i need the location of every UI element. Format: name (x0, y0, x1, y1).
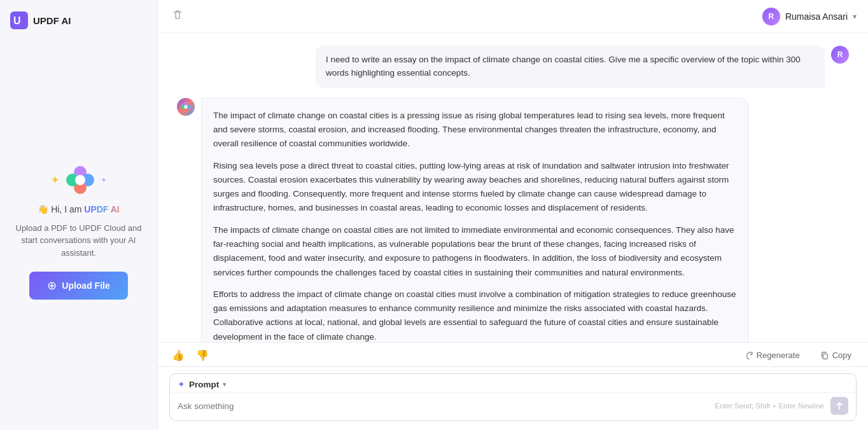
greeting-text: 👋 Hi, I am UPDF AI (38, 204, 120, 214)
svg-rect-12 (823, 354, 827, 359)
chat-header: R Rumaisa Ansari ▾ (158, 0, 868, 33)
mascot-icon (64, 163, 97, 197)
ai-paragraph-3: The impacts of climate change on coastal… (213, 223, 736, 280)
upload-button-label: Upload File (62, 281, 109, 291)
ai-paragraph-1: The impact of climate change on coastal … (213, 109, 736, 151)
prompt-label: Prompt (189, 380, 219, 389)
thumbs-down-icon: 👎 (196, 350, 209, 361)
ai-bubble: The impact of climate change on coastal … (201, 98, 748, 342)
ai-message-row: The impact of climate change on coastal … (177, 98, 849, 342)
input-hint: Enter Send; Shift + Enter Newline (715, 402, 824, 410)
brand-name: UPDF AI (84, 204, 119, 214)
user-name: Rumaisa Ansari (785, 11, 848, 22)
updf-logo-icon: U (10, 11, 28, 29)
delete-button[interactable] (169, 6, 186, 26)
regenerate-label: Regenerate (757, 350, 800, 360)
send-icon (835, 401, 844, 410)
svg-point-6 (75, 175, 85, 185)
trash-icon (172, 9, 183, 20)
app-name: UPDF AI (33, 15, 71, 26)
thumbs-up-button[interactable]: 👍 (169, 348, 187, 363)
input-toolbar: ✦ Prompt ▾ (170, 374, 856, 392)
main-chat-area: R Rumaisa Ansari ▾ I need to write an es… (158, 0, 868, 430)
ai-avatar (177, 98, 195, 116)
action-bar: 👍 👎 Regenerate Copy (158, 342, 868, 366)
svg-point-11 (184, 105, 188, 109)
right-actions: Regenerate Copy (739, 348, 857, 363)
regenerate-icon (745, 351, 753, 360)
svg-text:U: U (13, 15, 21, 26)
messages-area: I need to write an essay on the impact o… (158, 33, 868, 342)
copy-label: Copy (832, 350, 851, 360)
thumbs-up-icon: 👍 (172, 350, 185, 361)
sidebar-description: Upload a PDF to UPDF Cloud and start con… (0, 222, 157, 260)
user-avatar-small: R (831, 46, 849, 64)
thumbs-down-button[interactable]: 👎 (193, 348, 211, 363)
copy-button[interactable]: Copy (815, 348, 857, 363)
chat-input[interactable] (178, 396, 715, 415)
spark-icon: ✦ (178, 379, 185, 389)
plus-icon: ⊕ (47, 279, 57, 293)
logo: U UPDF AI (10, 11, 71, 29)
sparkle-right-icon: ✦ (101, 176, 107, 184)
chevron-down-icon: ▾ (853, 12, 857, 21)
ai-paragraph-4: Efforts to address the impact of climate… (213, 288, 736, 342)
feedback-buttons: 👍 👎 (169, 348, 211, 363)
input-area: ✦ Prompt ▾ Enter Send; Shift + Enter New… (158, 366, 868, 430)
input-box: ✦ Prompt ▾ Enter Send; Shift + Enter New… (169, 373, 857, 421)
sidebar-center: ✦ ✦ 👋 Hi, I am UPDF AI Upload a PDF to U… (0, 48, 157, 415)
upload-file-button[interactable]: ⊕ Upload File (29, 272, 127, 300)
send-button[interactable] (830, 397, 848, 415)
sidebar: U UPDF AI ✦ ✦ 👋 Hi, I am UPDF AI Upload … (0, 0, 158, 430)
ai-paragraph-2: Rising sea levels pose a direct threat t… (213, 159, 736, 216)
copy-icon (820, 351, 829, 360)
input-row: Enter Send; Shift + Enter Newline (170, 392, 856, 420)
user-avatar: R (762, 8, 780, 25)
prompt-dropdown-chevron[interactable]: ▾ (223, 380, 227, 389)
user-message-row: I need to write an essay on the impact o… (177, 46, 849, 88)
header-left (169, 6, 186, 26)
regenerate-button[interactable]: Regenerate (739, 348, 805, 363)
user-bubble: I need to write an essay on the impact o… (316, 46, 825, 88)
sparkle-left-icon: ✦ (50, 173, 60, 187)
header-right: R Rumaisa Ansari ▾ (762, 8, 857, 25)
mascot-row: ✦ ✦ (50, 163, 107, 197)
